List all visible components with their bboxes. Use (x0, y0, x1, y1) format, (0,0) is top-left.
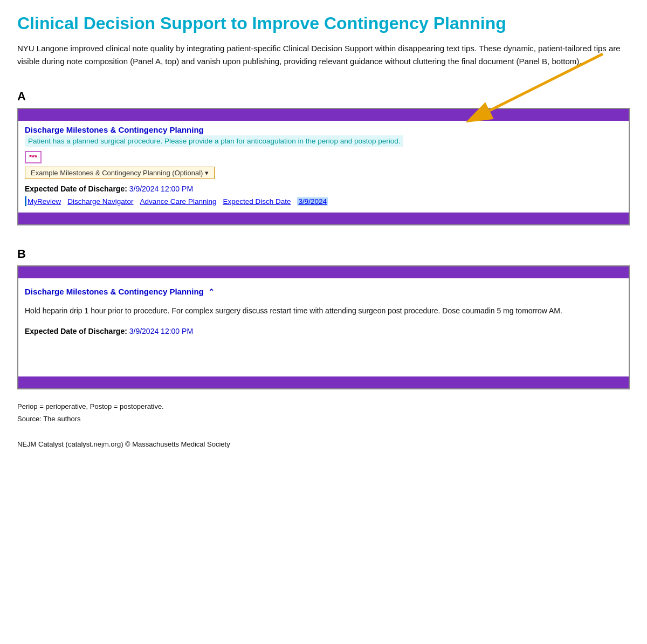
panel-a: Discharge Milestones & Contingency Plann… (17, 108, 630, 225)
panel-b-bottom-bar (18, 376, 629, 388)
panel-b: Discharge Milestones & Contingency Plann… (17, 265, 630, 389)
svg-line-1 (490, 54, 603, 111)
footnote-3: NEJM Catalyst (catalyst.nejm.org) © Mass… (17, 438, 630, 450)
arrow-icon (457, 49, 608, 119)
cds-header: Discharge Milestones & Contingency Plann… (25, 125, 622, 134)
link-date-value[interactable]: 3/9/2024 (297, 197, 328, 205)
expected-date-value-a: 3/9/2024 12:00 PM (129, 184, 193, 193)
expected-date-a: Expected Date of Discharge: 3/9/2024 12:… (25, 184, 622, 193)
link-discharge-navigator[interactable]: Discharge Navigator (67, 197, 133, 205)
milestones-dropdown[interactable]: Example Milestones & Contingency Plannin… (25, 167, 215, 179)
expected-date-label-b: Expected Date of Discharge: (25, 327, 127, 335)
cds-tip-text: Patient has a planned surgical procedure… (25, 135, 403, 147)
panel-b-top-bar (18, 266, 629, 278)
stars-placeholder: *** (25, 151, 42, 163)
panel-a-bottom-bar (18, 213, 629, 224)
link-expected-disch-date[interactable]: Expected Disch Date (223, 197, 291, 205)
panel-b-label: B (17, 247, 630, 261)
cursor-indicator (25, 196, 26, 206)
footnote-2: Source: The authors (17, 413, 630, 425)
link-myreview[interactable]: MyReview (27, 197, 61, 205)
link-advance-care-planning[interactable]: Advance Care Planning (140, 197, 217, 205)
footnotes: Periop = perioperative, Postop = postope… (17, 400, 630, 451)
page-title: Clinical Decision Support to Improve Con… (17, 13, 630, 33)
link-bar-a: MyReview Discharge Navigator Advance Car… (25, 196, 622, 206)
panel-b-body-text: Hold heparin drip 1 hour prior to proced… (25, 305, 622, 317)
expected-date-value-b: 3/9/2024 12:00 PM (129, 327, 193, 335)
section-header-b-text: Discharge Milestones & Contingency Plann… (25, 287, 204, 296)
expected-date-b: Expected Date of Discharge: 3/9/2024 12:… (25, 327, 622, 335)
section-header-b: Discharge Milestones & Contingency Plann… (25, 287, 622, 296)
expected-date-label-a: Expected Date of Discharge: (25, 184, 127, 193)
chevron-up-icon[interactable]: ⌃ (208, 287, 215, 296)
footnote-1: Periop = perioperative, Postop = postope… (17, 400, 630, 413)
